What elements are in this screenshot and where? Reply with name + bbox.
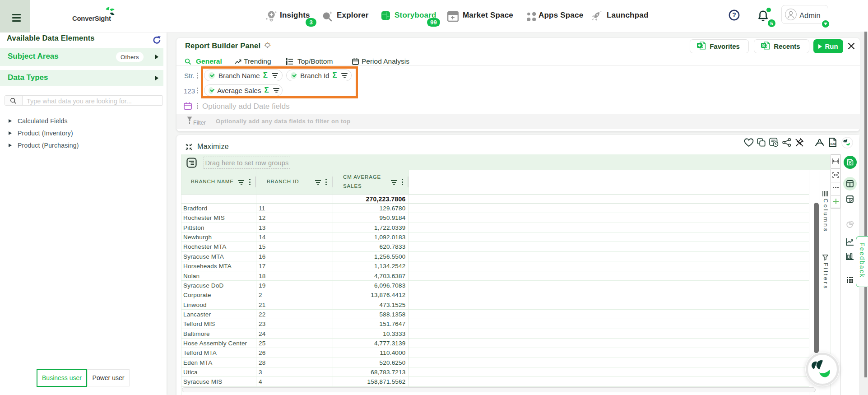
svg-text:XLSX: XLSX: [831, 143, 836, 145]
svg-text:?: ?: [732, 11, 736, 19]
